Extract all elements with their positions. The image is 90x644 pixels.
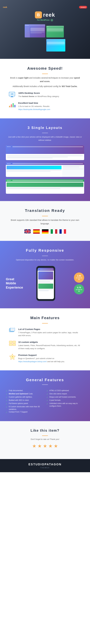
flag-spain [33, 229, 40, 234]
main-features-section: Main Features Lot of Custom Pages 7 Home… [0, 308, 90, 370]
general-features-title: General Features [6, 378, 84, 382]
check-icon: ✓ [6, 406, 7, 408]
general-features-section: General Features ✓ Fully documented. ✓ M… [0, 370, 90, 421]
feature-check-11: ✓ 4 past formats. [46, 399, 84, 402]
svg-text:100: 100 [10, 93, 13, 95]
feature-check-2: ✓ Minified and Optimized Code. [6, 392, 44, 396]
check-icon: ✓ [6, 392, 7, 396]
phone-content [38, 271, 54, 292]
logo-letter: B [35, 12, 42, 18]
phone-screen [38, 268, 54, 299]
svg-text:★: ★ [11, 356, 13, 358]
check-icon: ✓ [46, 390, 48, 392]
responsive-desc: Optimized disposition for any device, no… [6, 258, 84, 262]
feature-check-1: ✓ Fully documented. [6, 389, 44, 392]
main-features-divider [42, 323, 48, 324]
custom-widgets-icon [9, 341, 16, 347]
svg-rect-29 [62, 229, 64, 234]
custom-widgets-feature: 10 custom widgets Latest tweets, Flickr,… [9, 341, 81, 350]
phone-screen-header [38, 268, 54, 271]
check-icon: ✓ [6, 390, 7, 392]
svg-rect-6 [9, 106, 10, 107]
hero-logo-container: B reek For WordPress W [3, 12, 87, 21]
footer-tagline: THEMES [40, 467, 50, 468]
svg-rect-33 [10, 328, 15, 331]
phone-outer [36, 266, 55, 301]
premium-support-icon: ★ [9, 354, 16, 360]
star-4: ★ [48, 443, 53, 449]
layout-classic [6, 162, 84, 177]
screenshot-3 [46, 39, 65, 52]
desktop-score-icon: 100 [9, 92, 16, 98]
feature-check-8: ✓ HTML & CSS3 optimized. [46, 389, 84, 392]
speed-badge-4g: 0.75 to load on 4G [74, 284, 84, 294]
layout-nosidebar [6, 179, 84, 194]
svg-rect-9 [14, 105, 15, 107]
flag-uk [24, 229, 31, 234]
premium-support-feature: ★ Premium Support Bugs or Questions?, ju… [9, 354, 81, 363]
load-time-icon [9, 102, 16, 108]
star-2: ★ [38, 443, 42, 449]
flag-germany [42, 229, 48, 234]
custom-pages-icon [9, 328, 16, 334]
star-1: ★ [32, 443, 36, 449]
feature-check-10: ✓ Disqus and self hosted comments. [46, 396, 84, 399]
premium-support-content: Premium Support Bugs or Questions?, just… [18, 354, 81, 363]
speed-badge-3g: 1.55 to load on 3G [74, 272, 84, 283]
like-section: Like this item? Don't forget to rate us!… [0, 421, 90, 459]
svg-rect-27 [55, 229, 57, 234]
feature-check-9: ✓ One click demo import. [46, 392, 84, 396]
svg-rect-7 [11, 104, 12, 107]
support-link[interactable]: https://estudiopatagon.ticksy.com/ [18, 360, 47, 362]
svg-rect-23 [42, 231, 49, 232]
custom-pages-feature: Lot of Custom Pages 7 HomePages, 3 Post … [9, 328, 81, 337]
star-3: ★ [43, 443, 47, 449]
like-title: Like this item? [9, 428, 81, 432]
check-icon: ✓ [6, 396, 7, 399]
layouts-section: 3 Single Layouts Just with a few click y… [0, 118, 90, 201]
desktop-score-feature: 100 100% Desktop Score The fastest theme… [9, 92, 81, 98]
responsive-title: Fully Responsive [6, 248, 84, 253]
svg-rect-24 [42, 232, 49, 234]
feature-check-5: ✓ Full theme options panel. [6, 402, 44, 405]
stars-container: ★ ★ ★ ★ ★ [9, 443, 81, 449]
check-icon: ✓ [6, 402, 7, 405]
svg-rect-3 [11, 96, 12, 97]
flag-italy [51, 229, 57, 234]
hero-logo: B reek [35, 12, 55, 18]
hero-section: reek newest B reek For WordPress W [0, 0, 90, 59]
svg-rect-21 [33, 230, 40, 232]
speed-link[interactable]: https://testmysite.thinkwithgoogle.com [18, 108, 50, 110]
desktop-score-content: 100% Desktop Score The fastest theme on … [18, 92, 59, 98]
check-icon: ✓ [6, 399, 7, 402]
footer-section: ESTUDIOPATAGON THEMES [0, 459, 90, 472]
main-features-title: Main Features [9, 316, 81, 320]
features-grid: ✓ Fully documented. ✓ Minified and Optim… [6, 389, 84, 414]
custom-widgets-content: 10 custom widgets Latest tweets, Flickr,… [18, 341, 81, 350]
layouts-grid [6, 146, 84, 194]
responsive-divider [42, 256, 48, 256]
hero-top-bar: reek newest [3, 6, 87, 8]
phone-hero-image [38, 272, 53, 280]
translation-title: Translation Ready [9, 208, 81, 213]
phone-mockup [20, 266, 71, 301]
for-wp-label: For WordPress W [37, 19, 53, 21]
check-icon: ✓ [46, 402, 48, 405]
flag-france [59, 229, 66, 234]
speed-section: Awesome Speed! Breek is super light and … [0, 59, 90, 118]
check-icon: ✓ [46, 396, 48, 399]
mobile-label: Great Mobile Experience [6, 277, 17, 290]
svg-rect-26 [53, 229, 55, 234]
svg-rect-4 [10, 97, 13, 97]
general-divider [42, 384, 48, 385]
custom-pages-content: Lot of Custom Pages 7 HomePages, 3 Post … [18, 328, 81, 337]
like-divider [42, 436, 48, 436]
speed-desc-1: Breek is super light and includes severa… [9, 76, 81, 83]
star-5: ★ [54, 443, 58, 449]
hero-screenshots [3, 24, 87, 52]
feature-check-4: ✓ Builded with SEO in mind. [6, 399, 44, 402]
load-time-content: Excellent load time 1.5s to load on 3G n… [18, 102, 81, 111]
speed-badges: 1.55 to load on 3G 0.75 to load on 4G [74, 272, 84, 294]
hero-brand: reek [3, 6, 7, 8]
left-features: ✓ Fully documented. ✓ Minified and Optim… [6, 389, 44, 414]
